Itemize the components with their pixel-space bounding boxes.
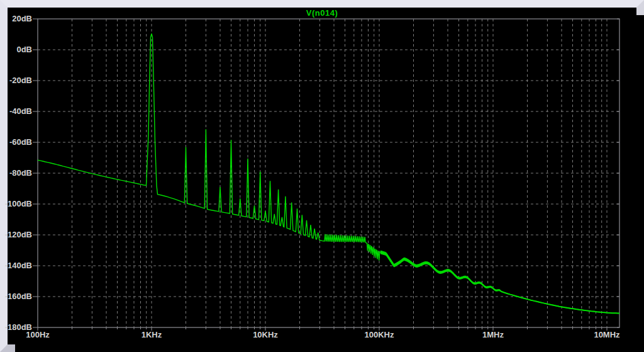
y-axis-label: -100dB bbox=[0, 199, 32, 208]
grid-lines bbox=[38, 19, 619, 327]
y-axis-label: -140dB bbox=[0, 261, 32, 270]
axis-ticks bbox=[33, 19, 619, 331]
y-axis-label: 20dB bbox=[0, 14, 32, 23]
x-axis-label: 100Hz bbox=[9, 330, 66, 339]
noise-ribbon bbox=[380, 251, 501, 292]
x-axis-label: 1KHz bbox=[123, 330, 180, 339]
y-axis-label: -40dB bbox=[0, 106, 32, 116]
y-axis-label: -60dB bbox=[0, 137, 32, 147]
x-axis-label: 1MHz bbox=[465, 330, 521, 339]
y-axis-label: -120dB bbox=[0, 230, 32, 239]
x-axis-label: 10MHz bbox=[579, 330, 635, 339]
y-axis-label: -80dB bbox=[0, 168, 32, 178]
x-axis-label: 10KHz bbox=[237, 330, 294, 339]
y-axis-label: -160dB bbox=[0, 292, 32, 301]
y-axis-label: -20dB bbox=[0, 76, 32, 85]
plot-area[interactable] bbox=[0, 0, 644, 352]
x-axis-label: 100KHz bbox=[351, 330, 408, 339]
y-axis-label: 0dB bbox=[0, 45, 32, 54]
